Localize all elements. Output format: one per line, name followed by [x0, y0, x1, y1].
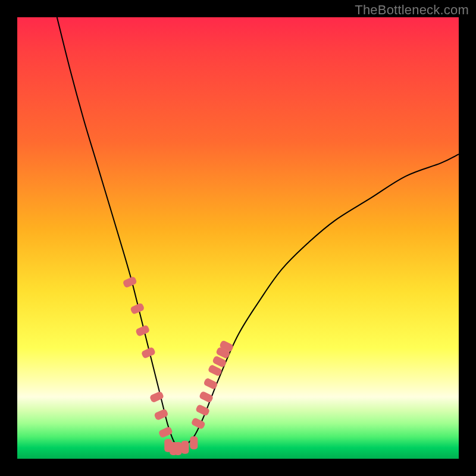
bottleneck-curve: [57, 17, 459, 447]
chart-svg: [17, 17, 459, 459]
watermark-text: TheBottleneck.com: [355, 2, 469, 18]
svg-rect-10: [181, 441, 189, 454]
marker: [174, 442, 182, 455]
marker: [203, 377, 218, 390]
svg-rect-6: [158, 426, 173, 439]
marker: [158, 426, 173, 439]
chart-frame: TheBottleneck.com: [0, 0, 476, 476]
svg-rect-14: [199, 390, 214, 403]
svg-rect-9: [174, 442, 182, 455]
svg-rect-11: [190, 436, 198, 449]
marker: [199, 390, 214, 403]
plot-area: [17, 17, 459, 459]
marker: [190, 436, 198, 449]
svg-rect-15: [203, 377, 218, 390]
svg-rect-0: [123, 276, 137, 289]
marker: [181, 441, 189, 454]
marker: [123, 276, 137, 289]
